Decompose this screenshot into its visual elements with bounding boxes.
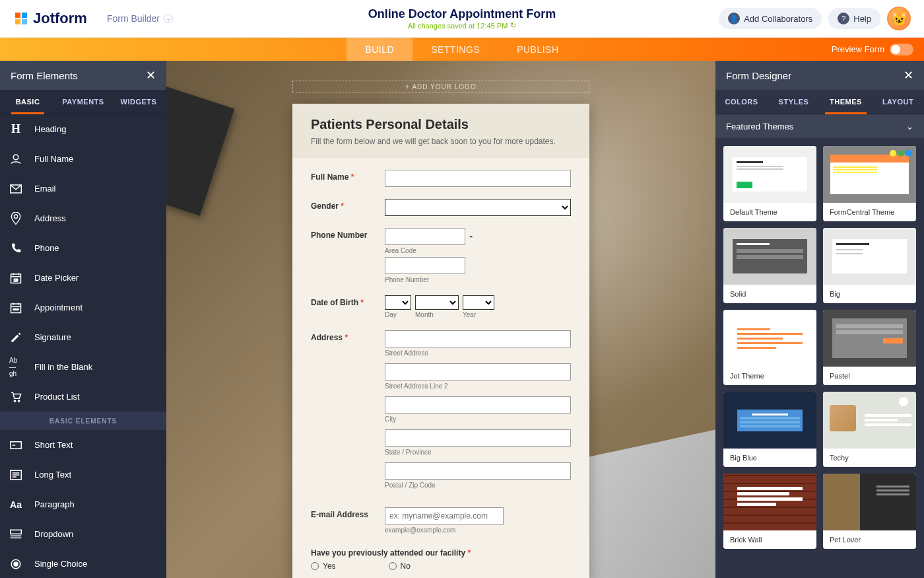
featured-themes-dropdown[interactable]: Featured Themes ⌄	[715, 114, 924, 138]
top-header: Jotform Form Builder ⌄ Online Doctor App…	[0, 0, 924, 38]
logo-text: Jotform	[33, 10, 87, 27]
area-code-input[interactable]	[385, 228, 465, 245]
field-phone[interactable]: Phone Number - Area Code Phone Number	[311, 228, 571, 283]
svg-point-7	[15, 308, 16, 310]
main-tab-bar: BUILD SETTINGS PUBLISH Preview Form	[0, 38, 924, 61]
theme-jot[interactable]: Jot Theme	[723, 310, 816, 385]
radio-no[interactable]: No	[389, 561, 411, 571]
dob-day-select[interactable]	[385, 295, 411, 310]
header-right-controls: 👤 Add Collaborators ? Help 😺	[719, 7, 911, 30]
field-previous-attend[interactable]: Have you previously attended our facilit…	[311, 546, 571, 571]
tab-widgets[interactable]: WIDGETS	[111, 90, 166, 114]
element-phone[interactable]: Phone	[0, 233, 166, 263]
tab-basic[interactable]: BASIC	[0, 90, 55, 114]
tab-publish[interactable]: PUBLISH	[498, 38, 577, 61]
dob-year-select[interactable]	[463, 295, 494, 310]
svg-point-0	[13, 155, 18, 160]
svg-point-9	[14, 400, 15, 401]
form-header: Patients Personal Details Fill the form …	[292, 104, 589, 158]
gender-select[interactable]	[385, 199, 571, 216]
element-date-picker[interactable]: 10Date Picker	[0, 263, 166, 293]
add-logo-placeholder[interactable]: + ADD YOUR LOGO	[292, 81, 589, 92]
full-name-input[interactable]	[385, 170, 571, 187]
tab-settings[interactable]: SETTINGS	[412, 38, 498, 61]
heading-icon: H	[9, 123, 22, 136]
theme-pet-lover[interactable]: Pet Lover	[823, 474, 916, 549]
theme-techy[interactable]: Techy	[823, 392, 916, 467]
fill-blank-icon: Ab—gh	[9, 361, 22, 374]
close-icon[interactable]: ✕	[146, 68, 156, 83]
element-address[interactable]: Address	[0, 203, 166, 233]
street-address-input[interactable]	[385, 330, 571, 347]
help-button[interactable]: ? Help	[828, 8, 880, 29]
email-input[interactable]	[385, 507, 504, 524]
tab-colors[interactable]: COLORS	[715, 90, 768, 114]
svg-rect-13	[11, 530, 22, 534]
chevron-down-icon: ⌄	[906, 122, 913, 131]
logo-icon	[13, 11, 29, 26]
element-appointment[interactable]: Appointment	[0, 293, 166, 322]
radio-yes[interactable]: Yes	[311, 561, 336, 571]
chevron-down-icon: ⌄	[164, 14, 173, 23]
tab-layout[interactable]: LAYOUT	[872, 90, 924, 114]
city-input[interactable]	[385, 396, 571, 414]
theme-brick-wall[interactable]: Brick Wall	[723, 474, 816, 549]
form-title[interactable]: Online Doctor Appointment Form	[368, 7, 556, 21]
form-heading[interactable]: Patients Personal Details	[311, 117, 571, 132]
help-icon: ?	[838, 13, 849, 24]
field-full-name[interactable]: Full Name *	[311, 170, 571, 187]
element-long-text[interactable]: Long Text	[0, 460, 166, 489]
element-dropdown[interactable]: Dropdown	[0, 519, 166, 549]
element-fill-blank[interactable]: Ab—ghFill in the Blank	[0, 352, 166, 382]
street-address-2-input[interactable]	[385, 363, 571, 380]
form-canvas[interactable]: + ADD YOUR LOGO Patients Personal Detail…	[166, 61, 715, 578]
svg-rect-11	[11, 441, 22, 449]
element-product-list[interactable]: Product List	[0, 382, 166, 412]
themes-section: Featured Themes ⌄ Default Theme FormCent…	[715, 114, 924, 578]
phone-number-input[interactable]	[385, 257, 465, 274]
tab-payments[interactable]: PAYMENTS	[55, 90, 111, 114]
themes-grid: Default Theme FormCentral Theme Solid Bi…	[715, 138, 924, 557]
elements-list: HHeading Full Name Email Address Phone 1…	[0, 114, 166, 578]
element-full-name[interactable]: Full Name	[0, 144, 166, 174]
paragraph-icon: Aa	[9, 498, 22, 511]
element-heading[interactable]: HHeading	[0, 114, 166, 144]
theme-default[interactable]: Default Theme	[723, 146, 816, 221]
state-input[interactable]	[385, 429, 571, 447]
dropdown-icon	[9, 528, 22, 541]
field-email[interactable]: E-mail Address example@example.com	[311, 507, 571, 534]
element-single-choice[interactable]: Single Choice	[0, 549, 166, 578]
logo[interactable]: Jotform	[13, 10, 87, 27]
appointment-icon	[9, 301, 22, 314]
theme-big[interactable]: Big	[823, 228, 916, 303]
theme-formcentral[interactable]: FormCentral Theme	[823, 146, 916, 221]
element-email[interactable]: Email	[0, 174, 166, 203]
toggle-switch[interactable]	[890, 44, 913, 55]
right-panel-header: Form Designer ✕	[715, 61, 924, 90]
short-text-icon	[9, 439, 22, 452]
theme-big-blue[interactable]: Big Blue	[723, 392, 816, 467]
tab-themes[interactable]: THEMES	[820, 90, 872, 114]
tab-build[interactable]: BUILD	[346, 38, 412, 61]
dob-month-select[interactable]	[415, 295, 459, 310]
element-short-text[interactable]: Short Text	[0, 430, 166, 460]
field-gender[interactable]: Gender *	[311, 199, 571, 216]
form-preview-card[interactable]: Patients Personal Details Fill the form …	[292, 104, 589, 578]
add-collaborators-button[interactable]: 👤 Add Collaborators	[719, 8, 822, 29]
theme-solid[interactable]: Solid	[723, 228, 816, 303]
preview-form-toggle[interactable]: Preview Form	[832, 44, 913, 55]
field-address[interactable]: Address * Street Address Street Address …	[311, 330, 571, 495]
form-builder-dropdown[interactable]: Form Builder ⌄	[107, 13, 173, 24]
svg-point-15	[14, 562, 18, 566]
form-description[interactable]: Fill the form below and we will get back…	[311, 136, 571, 147]
tab-styles[interactable]: STYLES	[768, 90, 820, 114]
theme-pastel[interactable]: Pastel	[823, 310, 916, 385]
user-avatar[interactable]: 😺	[887, 7, 911, 30]
element-signature[interactable]: Signature	[0, 322, 166, 352]
field-dob[interactable]: Date of Birth * Day Month Year	[311, 295, 571, 318]
close-icon[interactable]: ✕	[904, 68, 913, 83]
postal-input[interactable]	[385, 462, 571, 480]
cart-icon	[9, 390, 22, 404]
background-decoration	[166, 85, 234, 216]
element-paragraph[interactable]: AaParagraph	[0, 489, 166, 519]
